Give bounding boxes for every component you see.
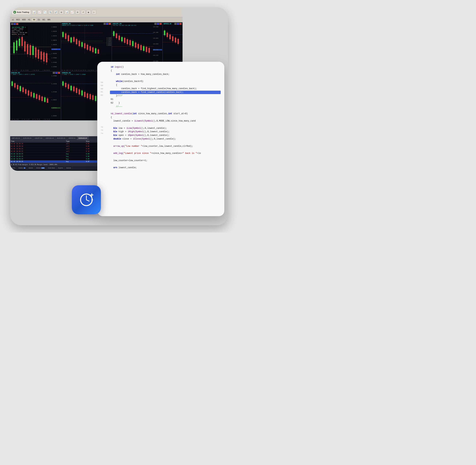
code-line: ble low = iLow(Symbol(),0,lowest_candle)… (111, 127, 220, 130)
nav-tab-codebase[interactable]: Code Base (46, 166, 57, 170)
nav-tab-journal[interactable]: Journal (65, 166, 72, 170)
toolbar-btn-refresh[interactable]: ↺ (81, 10, 85, 14)
code-line: ble open = iOpen(Symbol(),0,lowest_candl… (111, 134, 220, 137)
svg-rect-129 (28, 90, 29, 95)
tf-m30[interactable]: M30 (21, 18, 27, 21)
code-line: add_log("Lowest price since "+since_how_… (111, 152, 220, 155)
chart-eurusd[interactable]: correlator_101 ⊘ Trigger: EURAUD Open Tr… (10, 22, 61, 71)
svg-rect-119 (14, 83, 16, 87)
nav-tab-experts[interactable]: Experts (57, 166, 65, 170)
tf-m15[interactable]: M15 (15, 18, 21, 21)
chart-usdjpy-close[interactable] (160, 23, 162, 25)
chart-gbpusd-maximize[interactable] (177, 23, 179, 25)
svg-rect-133 (33, 93, 35, 98)
code-line: { (111, 69, 220, 73)
toolbar-btn-3[interactable]: 📉 (43, 10, 47, 14)
nav-tab-mailbox[interactable]: Mailbox 7 (17, 166, 27, 170)
code-line: double close = iClose(Symbol(),0,lowest_… (111, 137, 220, 141)
tf-h1[interactable]: H1 (27, 18, 31, 21)
audusd-time-scale: 26 Jan 2022 27 Jan 12:00 28 Jan 00:00 1 … (61, 70, 102, 71)
symbol-tab-usdjpy[interactable]: USDJPY,H4 (33, 136, 44, 140)
svg-rect-37 (62, 32, 64, 37)
symbol-tab-gbpbp[interactable]: GBPBP,H4 (67, 136, 77, 140)
code-editor-panel: 58 59 60 61 62 72 73 74 (97, 62, 224, 216)
svg-rect-166 (87, 93, 88, 98)
usdcad-price-display: 1.26856 1.26971 1.26717 1.26742 (11, 74, 35, 75)
chart-audusd-minimize[interactable] (104, 23, 106, 25)
svg-rect-84 (132, 41, 133, 46)
toolbar-btn-1[interactable]: 📊 (32, 10, 36, 14)
tf-mn[interactable]: MN (46, 18, 51, 21)
toolbar-logo[interactable]: ▶ Auto Trading (12, 10, 31, 15)
toolbar-btn-zoom-in[interactable]: 🔍 (48, 10, 53, 14)
nav-tab-market[interactable]: Market (27, 166, 34, 170)
symbol-tab-gbpusd[interactable]: GBPUSD,H4 (10, 136, 22, 140)
chart-eurusd-maximize[interactable] (14, 23, 16, 25)
svg-rect-72 (116, 33, 117, 38)
tf-s1[interactable]: s1 (11, 18, 15, 21)
code-line: low_counter=low_counter+1; (111, 159, 220, 163)
line-numbers: 58 59 60 61 62 72 73 74 (97, 62, 104, 151)
main-container: ▶ Auto Trading 📊 📈 📉 🔍 🔎 ⊞ 📊 📈 ⚙ ↺ ◉ ▷ s… (10, 7, 228, 225)
toolbar-btn-5[interactable]: 📊 (65, 10, 69, 14)
toolbar-btn-grid[interactable]: ⊞ (59, 10, 63, 14)
svg-rect-154 (71, 86, 72, 90)
symbol-tab-euraud[interactable]: EURAUD,H4 (77, 136, 89, 140)
app-icon[interactable] (72, 185, 101, 214)
code-line (111, 76, 220, 80)
chart-audusd-close[interactable] (109, 23, 111, 25)
svg-rect-23 (41, 51, 42, 60)
audusd-chart-svg (61, 27, 112, 54)
toolbar-btn-7[interactable]: ⚙ (75, 10, 80, 14)
nav-tab-articles[interactable]: Articles 1076 (35, 166, 46, 170)
symbol-tab-usdcad[interactable]: USDCAD,H4 (44, 136, 55, 140)
code-content: 58 59 60 61 62 72 73 74 (97, 62, 224, 209)
svg-rect-43 (71, 37, 72, 42)
tf-d1[interactable]: D1 (37, 18, 41, 21)
chart-audusd-maximize[interactable] (106, 23, 108, 25)
svg-rect-170 (92, 95, 94, 100)
nav-tab-alerts[interactable]: Alerts (10, 166, 17, 170)
svg-rect-143 (47, 98, 48, 103)
chart-eurusd-close[interactable] (16, 23, 18, 25)
toolbar-btn-zoom-out[interactable]: 🔎 (54, 10, 58, 14)
chart-eurusd-minimize[interactable] (11, 23, 13, 25)
tf-h4[interactable]: H4 (31, 18, 37, 21)
code-line: ble high = iHigh(Symbol(),0,lowest_candl… (111, 130, 220, 134)
app-icon-symbol (78, 192, 95, 208)
svg-rect-41 (68, 35, 69, 41)
toolbar-btn-8[interactable]: ◉ (86, 10, 91, 14)
logo-icon: ▶ (13, 11, 16, 14)
svg-rect-125 (22, 87, 24, 92)
svg-rect-13 (27, 44, 28, 54)
svg-rect-57 (90, 46, 91, 51)
symbol-tab-eurusd[interactable]: EURUSD,H4 (22, 136, 33, 140)
chart-usdcad-minimize[interactable] (53, 72, 55, 74)
chart-usdcad[interactable]: USDCAD,H4 1.26856 1.26971 1.26717 1.2674… (10, 71, 61, 120)
svg-rect-3 (13, 42, 15, 53)
usdjpy-price-scale: 115.550 115.305 115.055 114.810 114.411 … (153, 26, 162, 68)
symbol-tab-audusd[interactable]: AUDUSD,H4 (56, 136, 67, 140)
chart-usdjpy-minimize[interactable] (154, 23, 157, 25)
code-line: { (111, 116, 220, 119)
chart-gbpusd-title: GBPUSD,H4 (163, 23, 171, 25)
toolbar: ▶ Auto Trading 📊 📈 📉 🔍 🔎 ⊞ 📊 📈 ⚙ ↺ ◉ ▷ (10, 7, 182, 17)
toolbar-btn-9[interactable]: ▷ (92, 10, 96, 14)
chart-usdcad-close[interactable] (58, 72, 60, 74)
usdcad-time-scale: 26 Jan 2022 27 Jan 12:00 28 Jan 00:00 1 … (10, 119, 51, 120)
svg-rect-131 (30, 92, 32, 97)
tf-w1[interactable]: W1 (41, 18, 46, 21)
svg-rect-156 (73, 86, 75, 91)
app-icon-svg (78, 192, 95, 208)
chart-gbpusd-minimize[interactable] (174, 23, 177, 25)
svg-rect-11 (24, 42, 26, 51)
chart-usdcad-maximize[interactable] (55, 72, 58, 74)
code-line: id logic() (111, 65, 220, 69)
toolbar-btn-6[interactable]: 📈 (70, 10, 74, 14)
chart-audusd-header: AUDUSD,H4 (62, 23, 111, 25)
gbpusd-chart-svg (163, 26, 182, 53)
svg-rect-150 (65, 83, 66, 87)
chart-gbpusd-close[interactable] (180, 23, 182, 25)
chart-usdjpy-maximize[interactable] (157, 23, 159, 25)
toolbar-btn-2[interactable]: 📈 (37, 10, 42, 14)
